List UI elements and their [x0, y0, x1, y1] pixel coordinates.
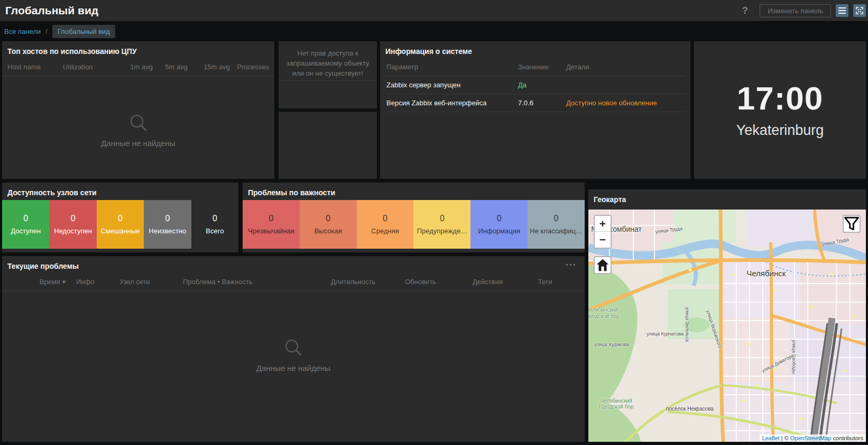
severity-box-average[interactable]: 0 Средняя	[357, 200, 414, 249]
divider	[279, 80, 377, 81]
attr-copyright: ©	[784, 435, 790, 441]
sysinfo-param: Версия Zabbix веб-интерфейса	[386, 99, 518, 107]
count: 0	[213, 214, 217, 223]
col-5m-avg: 5m avg	[153, 63, 188, 71]
label: Средняя	[371, 227, 399, 235]
availability-box-unavailable[interactable]: 0 Недоступен	[49, 200, 96, 249]
label: Высокая	[315, 227, 342, 235]
sysinfo-details	[566, 81, 684, 89]
count: 0	[71, 214, 76, 223]
widget-menu-icon[interactable]: ⋯	[562, 258, 580, 271]
count: 0	[554, 214, 559, 223]
help-icon[interactable]: ?	[742, 5, 749, 16]
label: Чрезвычайная	[248, 227, 294, 235]
severity-box-not-classified[interactable]: 0 Не классифиц…	[528, 200, 585, 249]
clock-time: 17:00	[737, 82, 824, 115]
severity-box-warning[interactable]: 0 Предупрежде…	[413, 200, 470, 249]
availability-box-unknown[interactable]: 0 Неизвестно	[144, 200, 191, 249]
zoom-in-button[interactable]: +	[595, 216, 611, 232]
no-access-message: Нет прав доступа к запрашиваемому объект…	[279, 41, 377, 79]
label: Не классифиц…	[530, 227, 583, 235]
fullscreen-button[interactable]	[853, 4, 866, 17]
widget-title: Информация о системе	[380, 41, 690, 60]
widget-title: Топ хостов по использованию ЦПУ	[2, 41, 274, 60]
widget-clock: 17:00 Yekaterinburg	[694, 41, 866, 179]
empty-text: Данные не найдены	[101, 139, 175, 148]
top-hosts-table-header: Host name Utilization 1m avg 5m avg 15m …	[2, 60, 274, 76]
empty-state: Данные не найдены	[2, 338, 585, 373]
search-icon	[283, 338, 303, 358]
menu-button[interactable]	[836, 4, 848, 17]
col-info: Инфо	[76, 278, 109, 286]
count: 0	[440, 214, 445, 223]
sysinfo-table-header: Параметр Значение Детали	[385, 60, 685, 76]
breadcrumb-separator: /	[45, 28, 48, 35]
map-canvas[interactable]: Мелькомбинатулица Трудаулица ТрудаЧеляби…	[588, 210, 866, 442]
availability-box-mixed[interactable]: 0 Смешанные	[97, 200, 144, 249]
zabbix-dashboard: Глобальный вид ? Изменить панель Все пан…	[0, 0, 868, 445]
col-tags: Теги	[538, 278, 579, 286]
widget-empty	[279, 112, 377, 179]
update-available-link[interactable]: Доступно новое обновление	[566, 99, 684, 107]
label: Недоступен	[54, 227, 92, 235]
severity-box-disaster[interactable]: 0 Чрезвычайная	[243, 200, 300, 249]
widget-top-hosts-cpu: Топ хостов по использованию ЦПУ Host nam…	[2, 41, 274, 179]
count: 0	[269, 214, 273, 223]
map-home-button[interactable]	[594, 256, 612, 274]
col-parameter: Параметр	[386, 63, 518, 71]
top-header: Глобальный вид ? Изменить панель	[0, 0, 868, 22]
col-time-sort[interactable]: Время ▾	[7, 278, 66, 286]
count: 0	[118, 214, 123, 223]
empty-text: Данные не найдены	[256, 364, 330, 373]
col-update: Обновить	[405, 278, 462, 286]
count: 0	[23, 214, 28, 223]
widget-title: Геокарта	[588, 189, 866, 208]
leaflet-link[interactable]: Leaflet	[762, 435, 780, 441]
sysinfo-value: 7.0.6	[518, 99, 566, 107]
availability-box-total[interactable]: 0 Всего	[191, 200, 238, 249]
widget-title: Текущие проблемы	[2, 256, 585, 275]
col-details: Детали	[566, 63, 684, 71]
severity-box-information[interactable]: 0 Информация	[470, 200, 528, 249]
col-15m-avg: 15m avg	[188, 63, 230, 71]
widget-problems-by-severity: Проблемы по важности 0 Чрезвычайная 0 Вы…	[243, 183, 585, 252]
map-tiles	[588, 210, 866, 442]
widget-title: Доступность узлов сети	[2, 183, 238, 201]
breadcrumb-current[interactable]: Глобальный вид	[52, 25, 115, 38]
map-attribution: Leaflet | © OpenStreetMap contributors	[760, 434, 866, 442]
edit-dashboard-button[interactable]: Изменить панель	[760, 4, 831, 17]
zoom-out-button[interactable]: −	[595, 232, 611, 248]
col-host: Узел сети	[119, 278, 172, 286]
breadcrumb-all-dashboards[interactable]: Все панели	[4, 28, 41, 35]
severity-boxes: 0 Чрезвычайная 0 Высокая 0 Средняя 0 Пре…	[243, 200, 585, 249]
home-icon	[595, 257, 611, 273]
fullscreen-icon	[856, 7, 863, 14]
col-host-name: Host name	[7, 63, 63, 71]
page-title: Глобальный вид	[5, 4, 98, 17]
problems-table-header: Время ▾ Инфо Узел сети Проблема • Важнос…	[2, 275, 585, 291]
count: 0	[497, 214, 502, 223]
breadcrumb: Все панели / Глобальный вид	[0, 22, 868, 41]
label: Информация	[478, 227, 520, 235]
col-value: Значение	[518, 63, 566, 71]
count: 0	[165, 214, 170, 223]
map-zoom-controls: + −	[594, 215, 612, 249]
attr-contributors: contributors	[831, 435, 863, 441]
col-1m-avg: 1m avg	[122, 63, 153, 71]
widget-system-information: Информация о системе Параметр Значение Д…	[380, 41, 690, 179]
widget-current-problems: Текущие проблемы ⋯ Время ▾ Инфо Узел сет…	[2, 256, 585, 442]
sysinfo-param: Zabbix сервер запущен	[386, 81, 518, 89]
col-utilization: Utilization	[63, 63, 122, 71]
widget-geomap: Геокарта	[588, 189, 866, 442]
hamburger-icon	[838, 7, 846, 14]
openstreetmap-link[interactable]: OpenStreetMap	[790, 435, 832, 441]
count: 0	[326, 214, 330, 223]
availability-box-available[interactable]: 0 Доступен	[2, 200, 49, 249]
availability-boxes: 0 Доступен 0 Недоступен 0 Смешанные 0 Не…	[2, 200, 238, 249]
col-problem-severity: Проблема • Важность	[183, 278, 320, 286]
filter-funnel-icon	[844, 216, 860, 232]
map-filter-button[interactable]	[843, 215, 861, 233]
widget-title: Проблемы по важности	[243, 183, 585, 201]
severity-box-high[interactable]: 0 Высокая	[300, 200, 357, 249]
col-processes: Processes	[230, 63, 269, 71]
